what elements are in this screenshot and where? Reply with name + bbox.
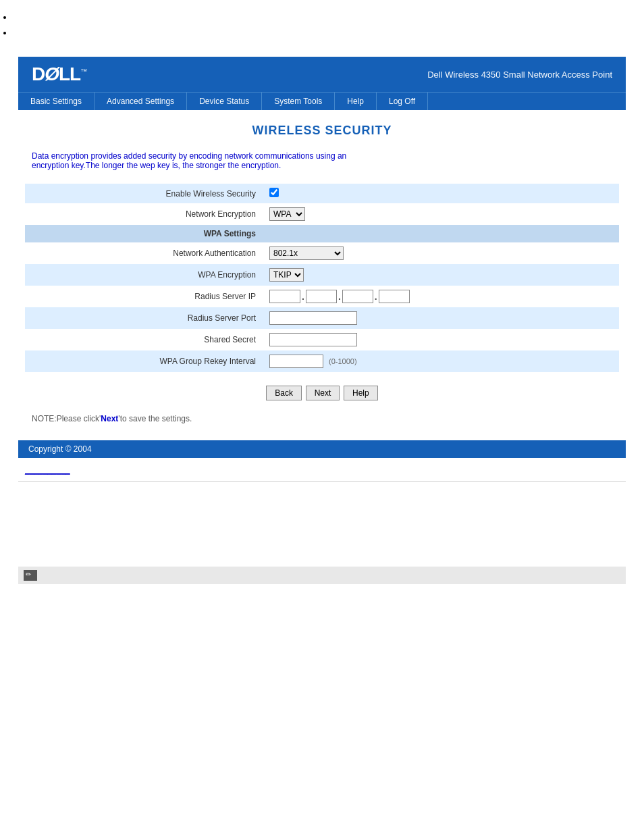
header: DØLL™ Dell Wireless 4350 Small Network A… xyxy=(18,57,626,92)
bottom-link-anchor[interactable]: __________ xyxy=(25,465,70,475)
button-row: Back Next Help xyxy=(25,386,619,400)
row-wpa-settings-header: WPA Settings xyxy=(25,225,619,242)
header-title: Dell Wireless 4350 Small Network Access … xyxy=(427,70,612,80)
copyright: Copyright © 2004 xyxy=(28,444,92,454)
ip-dot-1: . xyxy=(302,291,304,302)
network-encryption-value: WPA WEP None xyxy=(263,203,619,225)
enable-security-checkbox[interactable] xyxy=(269,188,279,197)
nav-advanced-settings[interactable]: Advanced Settings xyxy=(95,93,187,110)
note-next-link: Next xyxy=(101,414,118,423)
enable-security-label: Enable Wireless Security xyxy=(25,184,263,203)
description: Data encryption provides added security … xyxy=(25,151,619,170)
row-shared-secret: Shared Secret xyxy=(25,329,619,350)
row-enable-security: Enable Wireless Security xyxy=(25,184,619,203)
radius-ip-1[interactable] xyxy=(269,290,300,303)
rekey-hint: (0-1000) xyxy=(329,357,357,365)
radius-ip-3[interactable] xyxy=(342,290,373,303)
radius-ip-group: . . . xyxy=(269,290,612,303)
shared-secret-input[interactable] xyxy=(269,333,357,346)
bottom-link[interactable]: __________ xyxy=(25,465,619,475)
ip-dot-3: . xyxy=(375,291,377,302)
dell-logo: DØLL™ xyxy=(32,63,86,85)
row-wpa-encryption: WPA Encryption TKIP AES xyxy=(25,264,619,286)
row-network-auth: Network Authentication 802.1x Pre-Shared… xyxy=(25,242,619,264)
radius-port-input[interactable] xyxy=(269,311,357,325)
rekey-label: WPA Group Rekey Interval xyxy=(25,350,263,372)
row-rekey-interval: WPA Group Rekey Interval (0-1000) xyxy=(25,350,619,372)
nav-log-off[interactable]: Log Off xyxy=(377,93,428,110)
edit-icon xyxy=(24,570,37,581)
radius-ip-label: Radius Server IP xyxy=(25,286,263,307)
spacer xyxy=(18,492,626,546)
wpa-encryption-label: WPA Encryption xyxy=(25,264,263,286)
page-title: WIRELESS SECURITY xyxy=(25,124,619,138)
content: WIRELESS SECURITY Data encryption provid… xyxy=(18,110,626,440)
radius-ip-4[interactable] xyxy=(379,290,410,303)
nav-help[interactable]: Help xyxy=(335,93,377,110)
row-network-encryption: Network Encryption WPA WEP None xyxy=(25,203,619,225)
edit-icon-bar xyxy=(18,567,626,584)
help-button[interactable]: Help xyxy=(344,386,378,400)
footer: Copyright © 2004 xyxy=(18,440,626,458)
settings-form: Enable Wireless Security Network Encrypt… xyxy=(25,184,619,372)
note-text: NOTE:Please click'Next'to save the setti… xyxy=(25,411,619,427)
row-radius-port: Radius Server Port xyxy=(25,307,619,329)
bullet-1 xyxy=(14,12,630,22)
nav-system-tools[interactable]: System Tools xyxy=(262,93,335,110)
bullet-2 xyxy=(14,28,630,38)
wpa-settings-label: WPA Settings xyxy=(25,225,263,242)
network-encryption-label: Network Encryption xyxy=(25,203,263,225)
nav-basic-settings[interactable]: Basic Settings xyxy=(18,93,95,110)
network-auth-label: Network Authentication xyxy=(25,242,263,264)
network-auth-select[interactable]: 802.1x Pre-Shared Key xyxy=(269,246,344,260)
divider xyxy=(18,481,626,482)
rekey-input[interactable] xyxy=(269,355,323,368)
back-button[interactable]: Back xyxy=(266,386,302,400)
ip-dot-2: . xyxy=(338,291,341,302)
radius-port-label: Radius Server Port xyxy=(25,307,263,329)
main-container: DØLL™ Dell Wireless 4350 Small Network A… xyxy=(18,57,626,584)
nav-device-status[interactable]: Device Status xyxy=(187,93,262,110)
nav-bar: Basic Settings Advanced Settings Device … xyxy=(18,92,626,110)
enable-security-value xyxy=(263,184,619,203)
row-radius-ip: Radius Server IP . . . xyxy=(25,286,619,307)
rekey-group: (0-1000) xyxy=(269,355,612,368)
next-button[interactable]: Next xyxy=(306,386,340,400)
trademark: ™ xyxy=(80,68,86,75)
shared-secret-label: Shared Secret xyxy=(25,329,263,350)
radius-ip-2[interactable] xyxy=(306,290,337,303)
network-encryption-select[interactable]: WPA WEP None xyxy=(269,207,305,221)
wpa-encryption-select[interactable]: TKIP AES xyxy=(269,268,304,282)
